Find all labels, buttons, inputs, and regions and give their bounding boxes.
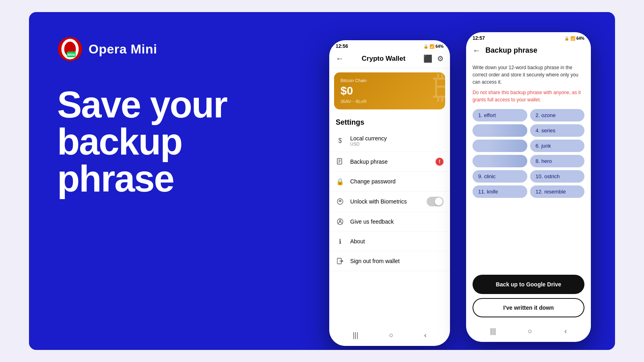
written-down-button[interactable]: I've written it down xyxy=(473,298,584,317)
phrase-word-10: 10. ostrich xyxy=(530,170,585,183)
nav2-menu-icon: ||| xyxy=(490,327,496,335)
phrase-word-11: 11. knife xyxy=(473,185,527,198)
phone2-status-icons: 🔒 📶 64% xyxy=(564,36,584,41)
phone2-status-bar: 12:57 🔒 📶 64% xyxy=(466,32,591,43)
biometrics-toggle[interactable] xyxy=(427,197,444,206)
backup-content: Write down your 12-word backup phrase in… xyxy=(466,59,591,275)
phone1-bottom-nav: ||| ○ ‹ xyxy=(329,326,450,346)
svg-rect-5 xyxy=(339,160,341,160)
info-icon: ℹ xyxy=(336,237,345,246)
logo-area: MINI Opera Mini xyxy=(57,36,238,62)
toggle-switch[interactable] xyxy=(427,197,444,206)
wallet-icon[interactable]: ⬛ xyxy=(423,54,432,63)
settings-item-feedback[interactable]: Give us feedback xyxy=(329,212,450,232)
phone2-device: 12:57 🔒 📶 64% ← Backup phrase Write down… xyxy=(466,32,591,342)
phone1-status-icons: 🔒 📶 64% xyxy=(423,44,444,49)
phone1-device: 12:56 🔒 📶 64% ← Crypto Wallet ⬛ ⚙ xyxy=(329,40,450,346)
phone1-screen: 12:56 🔒 📶 64% ← Crypto Wallet ⬛ ⚙ xyxy=(329,40,450,346)
svg-rect-6 xyxy=(339,161,341,162)
phone2-screen: 12:57 🔒 📶 64% ← Backup phrase Write down… xyxy=(466,32,591,342)
nav-home-icon: ○ xyxy=(389,331,394,339)
main-card: MINI Opera Mini Save your backup phrase … xyxy=(29,12,615,350)
nav-back-icon: ‹ xyxy=(424,331,427,339)
signout-icon xyxy=(336,257,345,265)
backup-icon xyxy=(336,157,345,166)
currency-value: USD xyxy=(350,142,444,146)
nav2-back-icon: ‹ xyxy=(564,327,567,335)
settings-item-local-currency[interactable]: $ Local currency USD xyxy=(329,130,450,152)
backup-alert: ! xyxy=(436,158,444,166)
phone1-header: ← Crypto Wallet ⬛ ⚙ xyxy=(329,51,450,68)
about-label: About xyxy=(350,238,444,245)
phrase-word-3: 3. ····· xyxy=(473,124,527,137)
backup-phrase-label: Backup phrase xyxy=(350,158,430,165)
phone1-title: Crypto Wallet xyxy=(362,55,406,63)
hero-line3: phrase xyxy=(57,160,238,197)
lock-icon: 🔒 xyxy=(336,177,345,186)
bitcoin-card: ₿ Bitcoin Chain $0 36AV····8LnR xyxy=(334,72,445,109)
feedback-label: Give us feedback xyxy=(350,218,444,225)
phrase-word-4: 4. series xyxy=(530,124,585,137)
change-password-label: Change password xyxy=(350,178,444,185)
toggle-knob xyxy=(435,197,443,206)
phrase-word-6: 6. junk xyxy=(530,140,585,152)
phone2-header: ← Backup phrase xyxy=(466,43,591,59)
phrase-word-8: 8. hero xyxy=(530,155,585,167)
phrase-word-2: 2. ozone xyxy=(530,109,585,121)
backup-description: Write down your 12-word backup phrase in… xyxy=(473,64,584,86)
settings-item-backup[interactable]: Backup phrase ! xyxy=(329,152,450,172)
phrase-word-5: 5. ····· xyxy=(473,140,527,152)
feedback-icon xyxy=(336,217,345,226)
phrase-word-7: 7. ····· xyxy=(473,155,527,167)
settings-label: Settings xyxy=(329,113,450,130)
svg-rect-7 xyxy=(339,162,340,163)
phone1-time: 12:56 xyxy=(336,43,348,49)
biometrics-icon xyxy=(336,197,345,206)
signout-label: Sign out from wallet xyxy=(350,258,444,264)
biometrics-label: Unlock with Biometrics xyxy=(350,198,421,205)
settings-item-password[interactable]: 🔒 Change password xyxy=(329,172,450,191)
alert-badge: ! xyxy=(436,158,444,166)
nav-menu-icon: ||| xyxy=(353,331,358,339)
back-button[interactable]: ← xyxy=(336,54,344,63)
app-logo-text: Opera Mini xyxy=(89,42,157,57)
phone2-time: 12:57 xyxy=(473,35,485,41)
bitcoin-amount: $0 xyxy=(341,84,439,97)
svg-text:MINI: MINI xyxy=(68,53,75,57)
backup-actions: Back up to Google Drive I've written it … xyxy=(466,275,591,322)
svg-point-9 xyxy=(340,201,341,202)
google-drive-backup-button[interactable]: Back up to Google Drive xyxy=(473,275,584,294)
phrase-word-12: 12. resemble xyxy=(530,185,585,198)
left-section: MINI Opera Mini Save your backup phrase xyxy=(29,12,262,350)
nav2-home-icon: ○ xyxy=(528,327,533,335)
bitcoin-chain-label: Bitcoin Chain xyxy=(341,78,439,83)
phone2-back-button[interactable]: ← xyxy=(473,46,481,55)
settings-item-biometrics[interactable]: Unlock with Biometrics xyxy=(329,191,450,212)
opera-logo-icon: MINI xyxy=(57,36,83,62)
settings-list: $ Local currency USD xyxy=(329,130,450,326)
phrase-word-1: 1. effort xyxy=(473,109,527,121)
settings-gear-icon[interactable]: ⚙ xyxy=(437,54,444,63)
bitcoin-address: 36AV····8LnR xyxy=(341,99,439,104)
hero-text: Save your backup phrase xyxy=(57,86,238,197)
settings-item-signout[interactable]: Sign out from wallet xyxy=(329,251,450,271)
hero-line2: backup xyxy=(57,123,238,160)
phone2-bottom-nav: ||| ○ ‹ xyxy=(466,322,591,342)
phone2-title: Backup phrase xyxy=(485,46,537,55)
svg-point-11 xyxy=(339,220,341,222)
phone1-header-icons: ⬛ ⚙ xyxy=(423,54,444,63)
settings-item-about[interactable]: ℹ About xyxy=(329,232,450,251)
phone1-status-bar: 12:56 🔒 📶 64% xyxy=(329,40,450,51)
phrase-word-9: 9. clinic xyxy=(473,170,527,183)
currency-icon: $ xyxy=(336,136,345,145)
hero-line1: Save your xyxy=(57,86,238,123)
phones-area: 12:56 🔒 📶 64% ← Crypto Wallet ⬛ ⚙ xyxy=(329,20,591,350)
local-currency-label: Local currency xyxy=(350,135,444,142)
phrase-grid: 1. effort 2. ozone 3. ····· 4. series 5.… xyxy=(473,109,584,198)
backup-warning: Do not share this backup phrase with any… xyxy=(473,89,584,103)
